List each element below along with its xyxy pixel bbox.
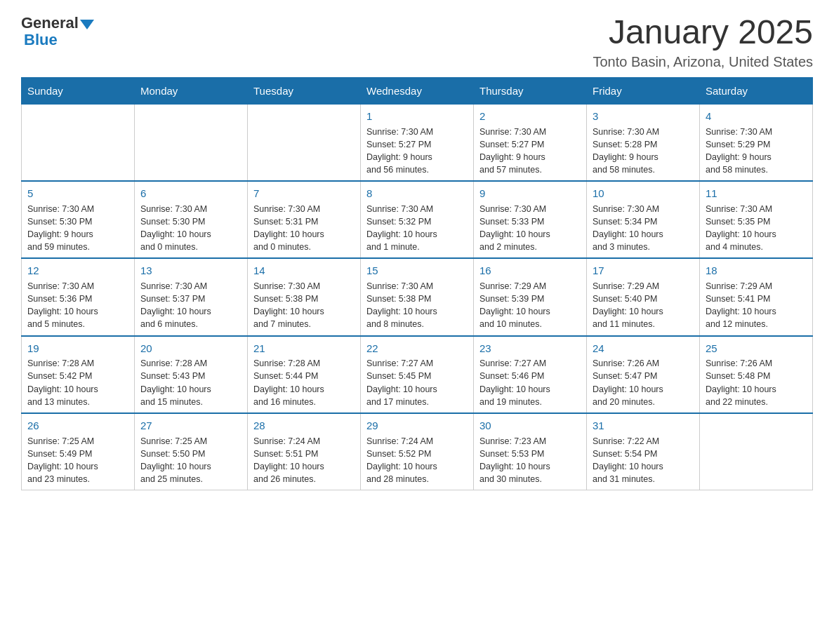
calendar-cell	[135, 104, 248, 181]
column-header-wednesday: Wednesday	[361, 77, 474, 104]
day-info-line: Sunrise: 7:30 AM	[366, 281, 433, 291]
day-info-line: Sunset: 5:33 PM	[479, 217, 544, 227]
day-number: 6	[140, 186, 241, 201]
day-info-line: and 59 minutes.	[27, 242, 90, 252]
day-info-line: Sunrise: 7:30 AM	[706, 127, 772, 137]
calendar-cell: 13Sunrise: 7:30 AMSunset: 5:37 PMDayligh…	[135, 258, 248, 335]
day-info-line: Sunset: 5:29 PM	[706, 140, 770, 149]
day-info-line: Daylight: 10 hours	[253, 229, 324, 239]
day-number: 25	[706, 341, 807, 356]
day-info-line: and 0 minutes.	[253, 242, 311, 252]
day-info-line: Daylight: 10 hours	[593, 384, 663, 394]
day-info-line: Daylight: 9 hours	[706, 152, 772, 162]
day-info-line: Daylight: 10 hours	[27, 384, 98, 394]
column-header-sunday: Sunday	[22, 77, 135, 104]
day-info-line: Daylight: 10 hours	[27, 307, 98, 316]
day-info-line: Daylight: 10 hours	[366, 462, 437, 471]
day-info-line: Sunrise: 7:30 AM	[253, 281, 320, 291]
day-info-line: Sunrise: 7:28 AM	[27, 358, 94, 368]
day-number: 27	[140, 418, 241, 434]
day-info-line: Daylight: 10 hours	[140, 462, 211, 471]
calendar-cell: 23Sunrise: 7:27 AMSunset: 5:46 PMDayligh…	[474, 336, 587, 413]
calendar-cell: 10Sunrise: 7:30 AMSunset: 5:34 PMDayligh…	[587, 181, 700, 258]
day-info-line: and 5 minutes.	[27, 319, 85, 329]
day-info-line: Daylight: 10 hours	[479, 229, 550, 239]
day-info-line: Sunset: 5:52 PM	[366, 449, 431, 459]
main-title: January 2025	[593, 14, 813, 51]
day-info-line: Sunset: 5:27 PM	[366, 140, 431, 149]
day-info-line: Sunset: 5:38 PM	[253, 294, 318, 304]
day-info-line: Sunrise: 7:29 AM	[593, 281, 659, 291]
calendar-cell	[700, 413, 813, 490]
day-info-line: and 25 minutes.	[140, 474, 203, 484]
calendar-cell: 17Sunrise: 7:29 AMSunset: 5:40 PMDayligh…	[587, 258, 700, 335]
calendar-week-3: 12Sunrise: 7:30 AMSunset: 5:36 PMDayligh…	[22, 258, 813, 335]
calendar-cell	[22, 104, 135, 181]
calendar-cell: 15Sunrise: 7:30 AMSunset: 5:38 PMDayligh…	[361, 258, 474, 335]
logo-arrow-icon	[80, 20, 94, 29]
day-info-line: and 12 minutes.	[706, 319, 768, 329]
calendar-week-2: 5Sunrise: 7:30 AMSunset: 5:30 PMDaylight…	[22, 181, 813, 258]
day-info-line: Daylight: 10 hours	[140, 229, 211, 239]
day-info-line: and 11 minutes.	[593, 319, 655, 329]
day-info-line: Sunset: 5:41 PM	[706, 294, 770, 304]
day-number: 1	[366, 109, 468, 124]
day-info-line: Sunrise: 7:28 AM	[140, 358, 207, 368]
day-number: 17	[593, 263, 694, 279]
day-info-line: Sunrise: 7:30 AM	[27, 204, 94, 214]
day-info-line: and 7 minutes.	[253, 319, 311, 329]
day-number: 30	[479, 418, 581, 434]
day-number: 4	[706, 109, 807, 124]
day-info-line: Sunset: 5:27 PM	[479, 140, 544, 149]
calendar-cell: 7Sunrise: 7:30 AMSunset: 5:31 PMDaylight…	[248, 181, 361, 258]
calendar-cell: 31Sunrise: 7:22 AMSunset: 5:54 PMDayligh…	[587, 413, 700, 490]
day-info-line: Sunrise: 7:29 AM	[706, 281, 772, 291]
day-number: 8	[366, 186, 468, 201]
calendar-cell: 11Sunrise: 7:30 AMSunset: 5:35 PMDayligh…	[700, 181, 813, 258]
day-info-line: Sunset: 5:47 PM	[593, 371, 657, 381]
day-info-line: and 22 minutes.	[706, 397, 768, 407]
day-info-line: Daylight: 10 hours	[593, 307, 663, 316]
day-info-line: and 58 minutes.	[706, 165, 768, 175]
day-info-line: Sunset: 5:45 PM	[366, 371, 431, 381]
day-number: 24	[593, 341, 694, 356]
calendar-cell: 2Sunrise: 7:30 AMSunset: 5:27 PMDaylight…	[474, 104, 587, 181]
day-info-line: Sunrise: 7:30 AM	[479, 127, 546, 137]
day-number: 14	[253, 263, 355, 279]
day-info-line: Daylight: 9 hours	[27, 229, 93, 239]
day-info-line: Sunset: 5:53 PM	[479, 449, 544, 459]
calendar-header-row: SundayMondayTuesdayWednesdayThursdayFrid…	[22, 77, 813, 104]
day-number: 12	[27, 263, 128, 279]
day-info-line: and 17 minutes.	[366, 397, 429, 407]
day-info-line: Sunrise: 7:30 AM	[593, 204, 659, 214]
day-info-line: and 13 minutes.	[27, 397, 90, 407]
day-info-line: Sunrise: 7:30 AM	[706, 204, 772, 214]
day-info-line: and 56 minutes.	[366, 165, 429, 175]
calendar-cell: 26Sunrise: 7:25 AMSunset: 5:49 PMDayligh…	[22, 413, 135, 490]
day-info-line: and 6 minutes.	[140, 319, 198, 329]
day-info-line: Sunset: 5:49 PM	[27, 449, 92, 459]
column-header-monday: Monday	[135, 77, 248, 104]
day-info-line: Sunset: 5:36 PM	[27, 294, 92, 304]
day-info-line: Sunset: 5:42 PM	[27, 371, 92, 381]
day-info-line: Daylight: 10 hours	[366, 307, 437, 316]
day-number: 10	[593, 186, 694, 201]
calendar-cell: 9Sunrise: 7:30 AMSunset: 5:33 PMDaylight…	[474, 181, 587, 258]
day-info-line: Daylight: 10 hours	[479, 462, 550, 471]
calendar-cell: 20Sunrise: 7:28 AMSunset: 5:43 PMDayligh…	[135, 336, 248, 413]
day-info-line: Daylight: 10 hours	[253, 462, 324, 471]
day-info-line: Sunrise: 7:27 AM	[366, 358, 433, 368]
calendar-cell: 1Sunrise: 7:30 AMSunset: 5:27 PMDaylight…	[361, 104, 474, 181]
column-header-friday: Friday	[587, 77, 700, 104]
day-number: 21	[253, 341, 355, 356]
day-number: 15	[366, 263, 468, 279]
day-info-line: Sunset: 5:40 PM	[593, 294, 657, 304]
day-number: 9	[479, 186, 581, 201]
day-info-line: and 28 minutes.	[366, 474, 429, 484]
day-info-line: Daylight: 10 hours	[27, 462, 98, 471]
day-info-line: Daylight: 10 hours	[366, 229, 437, 239]
day-info-line: and 2 minutes.	[479, 242, 537, 252]
day-info-line: Daylight: 10 hours	[140, 384, 211, 394]
day-info-line: and 15 minutes.	[140, 397, 203, 407]
day-info-line: Sunrise: 7:30 AM	[593, 127, 659, 137]
